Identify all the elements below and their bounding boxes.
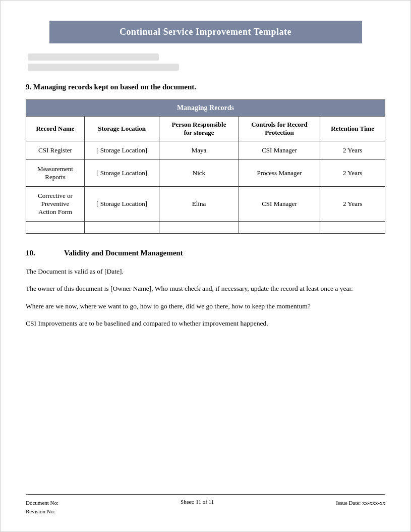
row1-controls: CSI Manager — [239, 141, 320, 160]
row1-retention: 2 Years — [320, 141, 385, 160]
revision-no-label: Revision No: — [26, 507, 58, 516]
col-header-storage-location: Storage Location — [84, 117, 159, 141]
row2-person: Nick — [159, 160, 239, 187]
issue-date-label: Issue Date: xx-xxx-xx — [336, 500, 385, 506]
page-container: Continual Service Improvement Template 9… — [0, 0, 411, 532]
sheet-label: Sheet: 11 of 11 — [181, 499, 214, 505]
table-title-row: Managing Records — [26, 100, 385, 117]
table-row-3: Corrective orPreventiveAction Form [ Sto… — [26, 187, 385, 222]
footer-content: Document No: Revision No: Sheet: 11 of 1… — [26, 499, 385, 516]
row3-person: Elina — [159, 187, 239, 222]
footer-left: Document No: Revision No: — [26, 499, 58, 516]
section10-para-3: Where are we now, where we want to go, h… — [26, 301, 385, 311]
page-title: Continual Service Improvement Template — [120, 27, 291, 37]
row2-controls: Process Manager — [239, 160, 320, 187]
empty-cell-1 — [26, 222, 85, 234]
row3-retention: 2 Years — [320, 187, 385, 222]
section10-title: Validity and Document Management — [64, 249, 183, 257]
title-box: Continual Service Improvement Template — [49, 21, 362, 43]
blurred-section — [28, 54, 385, 71]
footer-right: Issue Date: xx-xxx-xx — [336, 499, 385, 516]
col-header-person-responsible: Person Responsiblefor storage — [159, 117, 239, 141]
row3-storage: [ Storage Location] — [84, 187, 159, 222]
footer-center: Sheet: 11 of 11 — [181, 499, 214, 505]
row3-controls: CSI Manager — [239, 187, 320, 222]
row1-storage: [ Storage Location] — [84, 141, 159, 160]
row3-record-name: Corrective orPreventiveAction Form — [26, 187, 85, 222]
row2-storage: [ Storage Location] — [84, 160, 159, 187]
row2-record-name: MeasurementReports — [26, 160, 85, 187]
section10-heading: 10. Validity and Document Management — [26, 249, 385, 257]
empty-cell-2 — [84, 222, 159, 234]
row2-retention: 2 Years — [320, 160, 385, 187]
section10-para-1: The Document is valid as of [Date]. — [26, 267, 385, 277]
row1-person: Maya — [159, 141, 239, 160]
document-no-label: Document No: — [26, 499, 58, 508]
col-header-controls: Controls for RecordProtection — [239, 117, 320, 141]
table-row-1: CSI Register [ Storage Location] Maya CS… — [26, 141, 385, 160]
empty-cell-4 — [239, 222, 320, 234]
empty-cell-3 — [159, 222, 239, 234]
blurred-line-2 — [28, 64, 179, 71]
section10-para-4: CSI Improvements are to be baselined and… — [26, 318, 385, 329]
footer: Document No: Revision No: Sheet: 11 of 1… — [26, 494, 385, 516]
blurred-line-1 — [28, 54, 159, 61]
empty-cell-5 — [320, 222, 385, 234]
section10-para-2: The owner of this document is [Owner Nam… — [26, 284, 385, 294]
table-title-cell: Managing Records — [26, 100, 385, 117]
table-row-empty — [26, 222, 385, 234]
col-header-retention: Retention Time — [320, 117, 385, 141]
row1-record-name: CSI Register — [26, 141, 85, 160]
section10-number: 10. — [26, 249, 35, 257]
col-header-record-name: Record Name — [26, 117, 85, 141]
footer-divider — [26, 494, 385, 495]
section9-heading: 9. Managing records kept on based on the… — [26, 83, 385, 91]
table-row-2: MeasurementReports [ Storage Location] N… — [26, 160, 385, 187]
table-header-row: Record Name Storage Location Person Resp… — [26, 117, 385, 141]
managing-records-table: Managing Records Record Name Storage Loc… — [26, 99, 385, 234]
